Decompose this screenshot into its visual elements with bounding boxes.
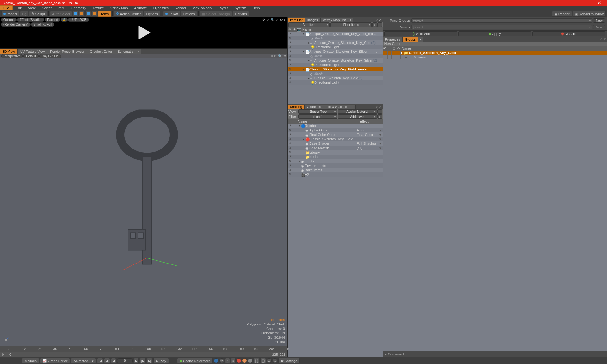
panel-expand-icon[interactable]: ⤢ [375, 18, 378, 22]
passgroups-dropdown[interactable]: (none) [411, 18, 592, 23]
actioncenter-button[interactable]: ✛Action Center [114, 11, 143, 17]
gh-c-icon[interactable]: ◇ [396, 46, 401, 51]
vp-gear-icon[interactable]: ✿ [283, 54, 286, 58]
select-edge-icon[interactable] [79, 11, 85, 17]
menu-help[interactable]: Help [249, 6, 263, 10]
item-tree[interactable]: 👁▾📄Antique_Ornate_Skeleton_Key_Gold_mo …… [288, 32, 383, 104]
shader-row[interactable]: 👁▸🔴Classic_Skeleton_Key_Gold…▾ [288, 137, 383, 141]
view-dropdown[interactable]: Shader Tree [298, 109, 337, 114]
step-back-button[interactable]: ◀ [111, 358, 116, 363]
sculpt-button[interactable]: ✎Sculpt [29, 11, 47, 17]
go-prev-button[interactable]: ◀| [104, 358, 110, 363]
shader-row[interactable]: 👁◉Bake Items [288, 168, 383, 172]
eye-header-icon[interactable]: 👁 [288, 27, 292, 32]
menu-dynamics[interactable]: Dynamics [150, 6, 172, 10]
menu-vertexmap[interactable]: Vertex Map [107, 6, 131, 10]
name-column-header[interactable]: Name [301, 27, 383, 31]
s-toggle[interactable]: S [372, 22, 377, 27]
tab-itemlist[interactable]: Item List [288, 18, 305, 22]
tab-shading[interactable]: Shading [288, 105, 305, 109]
menu-file[interactable]: File [0, 5, 13, 10]
shader-effect-col[interactable]: Effect [360, 119, 383, 123]
lock-icon[interactable]: 🔒 [61, 18, 68, 22]
menu-edit[interactable]: Edit [13, 6, 25, 10]
timeline-track[interactable]: 0 225 0 225 [0, 352, 287, 357]
menu-view[interactable]: View [25, 6, 39, 10]
options2-button[interactable]: Options [181, 11, 197, 17]
props-pop-icon[interactable]: ↗ [603, 37, 606, 41]
animated-dropdown[interactable]: Animated ▾ [71, 358, 96, 363]
shader-row[interactable]: 👁📁Nodes [288, 155, 383, 159]
go-first-button[interactable]: |◀ [97, 358, 103, 363]
shader-name-col[interactable]: Name [297, 119, 360, 123]
shader-row[interactable]: 👁◉Base ShaderFull Shading▾ [288, 141, 383, 146]
filteritems-dropdown[interactable]: Filter Items [330, 22, 372, 27]
items-button[interactable]: Items [98, 11, 111, 17]
select-poly-icon[interactable] [85, 11, 91, 17]
f-toggle-shading[interactable]: F [377, 109, 382, 114]
tool-b-icon[interactable]: ✥ [219, 358, 224, 363]
tab-add-itemlist[interactable]: + [348, 18, 353, 22]
preview-shading[interactable]: Shading: Full [31, 22, 54, 27]
item-row[interactable]: 👁▸▫Classic_Skeleton_Key_Gold (2) [288, 76, 383, 80]
maximize-icon[interactable]: ▸ [284, 18, 286, 21]
preview-options[interactable]: Options [1, 18, 17, 22]
plus-header-icon[interactable]: ✦ [293, 27, 296, 32]
vp-move-icon[interactable]: ✥ [270, 54, 273, 58]
passes-dropdown[interactable]: (none) [411, 25, 592, 29]
tab-properties[interactable]: Properties [383, 37, 403, 42]
vp-zoom-icon[interactable]: 🔍 [278, 54, 282, 58]
autoselect-button[interactable]: Auto Select [50, 11, 72, 17]
render-button[interactable]: ▣ Render [552, 11, 572, 17]
new-passgroup-button[interactable]: New [593, 18, 605, 23]
menu-geometry[interactable]: Geometry [68, 6, 89, 10]
shading-default[interactable]: Default [23, 54, 39, 58]
options3-button[interactable]: Options [233, 11, 249, 17]
menu-render[interactable]: Render [172, 6, 189, 10]
rotate-icon[interactable]: ⟳ [266, 18, 270, 21]
command-bar[interactable]: ▸ Command [383, 351, 607, 357]
tab-presetbrowser[interactable]: Render Preset Browser [47, 49, 87, 54]
play-button[interactable]: ▶ Play [153, 358, 169, 363]
3d-viewport[interactable]: No Items Polygons : Catmull-Clark Channe… [0, 58, 287, 346]
tab-gradient[interactable]: Gradient Editor [87, 49, 115, 54]
play-icon[interactable] [135, 24, 152, 42]
preview-camera[interactable]: (Render Camera) [1, 22, 31, 27]
tab-groups[interactable]: Groups [403, 37, 418, 42]
grey-dot-icon[interactable] [248, 358, 253, 363]
tab-vmaplist[interactable]: Vertex Map List [321, 18, 348, 22]
tab-add-props[interactable]: + [418, 37, 423, 42]
shader-tree[interactable]: 👁▾🔵Render👁◉Alpha OutputAlpha▾👁◉Final Col… [288, 124, 383, 357]
panel-pop-icon[interactable]: ↗ [379, 18, 382, 22]
gear-icon[interactable]: ✿ [279, 18, 283, 21]
gh-a-icon[interactable]: ○ [387, 46, 392, 50]
cam-header-icon[interactable]: 📷 [297, 27, 301, 32]
shader-row[interactable]: 👁🎬FX [288, 172, 383, 177]
maximize-button[interactable] [578, 0, 592, 6]
groups-tree[interactable]: ▸ 📁 Classic_Skeleton_Key_Gold + 9 Items [383, 51, 607, 351]
tab-add[interactable]: + [136, 49, 141, 54]
preview-effect[interactable]: Effect: (Shadi… [17, 18, 44, 22]
menu-texture[interactable]: Texture [89, 6, 107, 10]
select-mat-icon[interactable] [92, 11, 97, 17]
model-button[interactable]: Model [1, 11, 19, 17]
raygl-toggle[interactable]: Ray GL: Off [39, 54, 61, 58]
f-toggle[interactable]: F [377, 22, 382, 27]
audio-button[interactable]: ♫ Audio [22, 358, 39, 363]
props-expand-icon[interactable]: ⤢ [600, 37, 603, 41]
additem-dropdown[interactable]: Add Item [288, 22, 330, 27]
shading-expand-icon[interactable]: ⤢ [375, 105, 378, 109]
tab-add-shading[interactable]: + [351, 105, 356, 109]
assign-material-button[interactable]: Assign Material [338, 109, 377, 114]
bracket-a-button[interactable]: ⟦⟧ [254, 358, 259, 363]
shader-row[interactable]: 👁📁Library [288, 150, 383, 155]
gh-b-icon[interactable]: □ [392, 46, 396, 50]
tab-schematic[interactable]: Schematic [115, 49, 136, 54]
tab-info[interactable]: Info & Statistics [323, 105, 351, 109]
filter-dropdown[interactable]: (none) [298, 114, 337, 119]
menu-item[interactable]: Item [55, 6, 68, 10]
new-pass-button[interactable]: New [593, 25, 605, 29]
tool-a-icon[interactable] [214, 358, 218, 363]
tab-3dview[interactable]: 3D View [0, 49, 18, 54]
tab-images[interactable]: Images [305, 18, 321, 22]
